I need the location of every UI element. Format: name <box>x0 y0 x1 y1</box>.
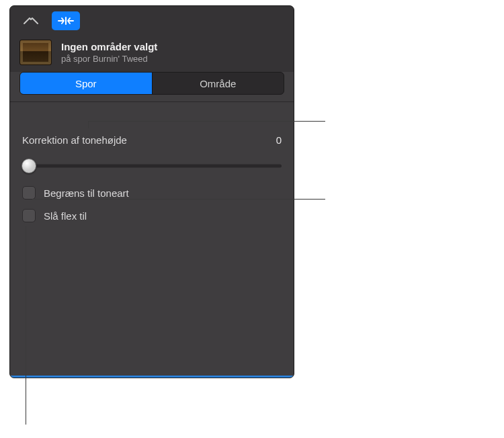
slider-thumb[interactable] <box>22 159 36 173</box>
link-icon <box>22 16 40 26</box>
pitch-correction-slider[interactable] <box>22 158 282 174</box>
enable-flex-checkbox[interactable] <box>22 209 36 222</box>
segmented-control: Spor Område <box>19 72 284 95</box>
tab-track[interactable]: Spor <box>20 73 152 94</box>
inspector-header: Ingen områder valgt på spor Burnin' Twee… <box>10 33 294 72</box>
collapse-horizontal-icon <box>57 16 75 26</box>
pitch-correction-row: Korrektion af tonehøjde 0 <box>22 134 282 146</box>
callout-leader <box>26 226 26 425</box>
inspector-subtitle: på spor Burnin' Tweed <box>61 54 157 64</box>
track-thumbnail <box>19 40 52 65</box>
enable-flex-row: Slå flex til <box>22 209 282 222</box>
collapse-icon-button[interactable] <box>52 11 80 30</box>
enable-flex-label: Slå flex til <box>44 210 87 222</box>
inspector-panel: Ingen områder valgt på spor Burnin' Twee… <box>9 5 294 378</box>
limit-to-key-row: Begræns til toneart <box>22 186 282 200</box>
link-icon-button[interactable] <box>17 11 45 30</box>
inspector-title: Ingen områder valgt <box>61 41 157 52</box>
limit-to-key-checkbox[interactable] <box>22 186 36 200</box>
callout-leader <box>89 121 325 122</box>
header-text: Ingen områder valgt på spor Burnin' Twee… <box>61 41 157 64</box>
callout-leader <box>32 199 325 200</box>
limit-to-key-label: Begræns til toneart <box>44 187 129 199</box>
tab-region[interactable]: Område <box>153 73 284 94</box>
inspector-toolbar <box>10 6 294 33</box>
pitch-correction-value[interactable]: 0 <box>276 134 282 146</box>
callout-leader <box>88 121 89 128</box>
pitch-correction-label: Korrektion af tonehøjde <box>22 134 127 146</box>
slider-track <box>22 165 282 168</box>
